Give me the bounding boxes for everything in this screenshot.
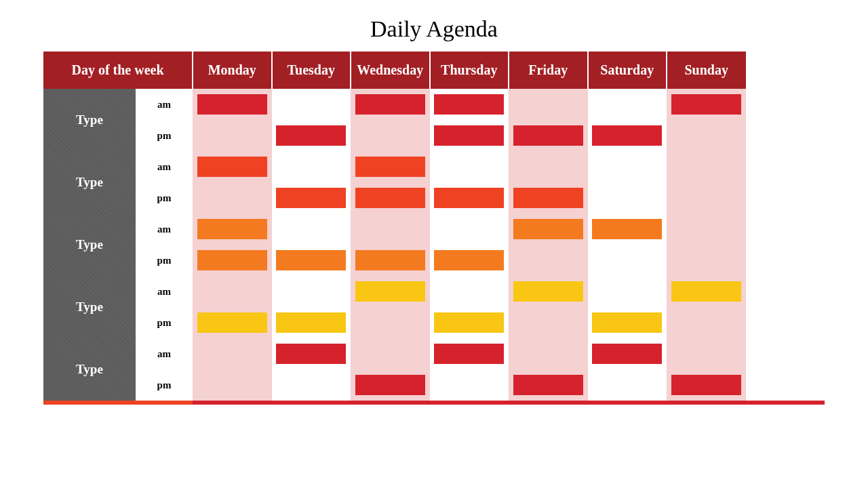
agenda-cell — [667, 214, 746, 245]
agenda-cell — [509, 120, 588, 151]
agenda-block — [434, 250, 504, 270]
agenda-cell — [351, 307, 430, 338]
header-row: Day of the week Monday Tuesday Wednesday… — [43, 52, 825, 89]
agenda-cell — [430, 89, 509, 120]
am-label: am — [136, 276, 193, 307]
header-fri: Friday — [509, 52, 588, 89]
agenda-block — [513, 375, 583, 395]
agenda-cell — [509, 182, 588, 214]
agenda-cell — [667, 89, 746, 120]
agenda-block — [355, 94, 425, 115]
header-sun: Sunday — [667, 52, 746, 89]
footer-bar — [43, 401, 825, 405]
type-cell: Type — [43, 151, 136, 214]
pm-label: pm — [136, 307, 193, 338]
agenda-table-wrap: Day of the week Monday Tuesday Wednesday… — [0, 52, 868, 405]
table-row: pm — [43, 182, 825, 214]
agenda-cell — [272, 338, 351, 369]
pm-label: pm — [136, 369, 193, 401]
agenda-block — [513, 281, 583, 302]
footer-seg — [351, 401, 430, 405]
agenda-cell — [351, 151, 430, 182]
agenda-block — [671, 375, 741, 395]
agenda-cell — [667, 276, 746, 307]
page-title: Daily Agenda — [0, 0, 868, 52]
table-row: Typeam — [43, 151, 825, 182]
agenda-cell — [272, 182, 351, 214]
agenda-cell — [351, 89, 430, 120]
agenda-cell — [351, 182, 430, 214]
header-sat: Saturday — [588, 52, 667, 89]
agenda-cell — [667, 338, 746, 369]
agenda-cell — [667, 182, 746, 214]
footer-seg — [588, 401, 667, 405]
agenda-block — [434, 188, 504, 208]
type-cell: Type — [43, 338, 136, 401]
agenda-cell — [272, 89, 351, 120]
agenda-cell — [509, 338, 588, 369]
header-wed: Wednesday — [351, 52, 430, 89]
header-tue: Tuesday — [272, 52, 351, 89]
agenda-block — [592, 219, 662, 239]
agenda-cell — [272, 369, 351, 401]
agenda-block — [434, 312, 504, 333]
agenda-cell — [509, 151, 588, 182]
agenda-cell — [588, 369, 667, 401]
type-cell: Type — [43, 276, 136, 338]
agenda-cell — [193, 120, 272, 151]
agenda-block — [434, 125, 504, 146]
table-row: Typeam — [43, 338, 825, 369]
footer-seg — [430, 401, 509, 405]
agenda-cell — [509, 276, 588, 307]
agenda-block — [434, 94, 504, 115]
table-row: pm — [43, 245, 825, 276]
agenda-cell — [430, 276, 509, 307]
agenda-block — [671, 281, 741, 302]
agenda-cell — [509, 307, 588, 338]
header-day-of-week: Day of the week — [43, 52, 193, 89]
agenda-block — [197, 94, 267, 115]
agenda-block — [355, 157, 425, 177]
am-label: am — [136, 89, 193, 120]
am-label: am — [136, 151, 193, 182]
agenda-block — [513, 219, 583, 239]
agenda-block — [197, 219, 267, 239]
agenda-block — [513, 188, 583, 208]
agenda-cell — [193, 307, 272, 338]
agenda-cell — [272, 307, 351, 338]
agenda-cell — [667, 369, 746, 401]
agenda-cell — [430, 307, 509, 338]
agenda-cell — [667, 151, 746, 182]
agenda-cell — [272, 120, 351, 151]
type-cell: Type — [43, 214, 136, 276]
agenda-cell — [588, 89, 667, 120]
agenda-cell — [351, 338, 430, 369]
agenda-cell — [193, 276, 272, 307]
agenda-cell — [193, 89, 272, 120]
agenda-cell — [430, 182, 509, 214]
agenda-cell — [430, 151, 509, 182]
agenda-block — [276, 250, 346, 270]
table-row: pm — [43, 120, 825, 151]
agenda-block — [592, 125, 662, 146]
agenda-block — [276, 188, 346, 208]
pm-label: pm — [136, 245, 193, 276]
agenda-block — [197, 312, 267, 333]
am-label: am — [136, 214, 193, 245]
footer-seg — [272, 401, 351, 405]
agenda-block — [355, 188, 425, 208]
agenda-block — [592, 344, 662, 364]
agenda-cell — [430, 214, 509, 245]
agenda-cell — [588, 151, 667, 182]
agenda-cell — [351, 369, 430, 401]
agenda-cell — [667, 245, 746, 276]
agenda-block — [355, 250, 425, 270]
footer-seg — [667, 401, 746, 405]
agenda-cell — [588, 120, 667, 151]
agenda-cell — [193, 245, 272, 276]
agenda-block — [276, 344, 346, 364]
agenda-cell — [509, 245, 588, 276]
agenda-block — [671, 94, 741, 115]
agenda-block — [434, 344, 504, 364]
agenda-cell — [588, 182, 667, 214]
